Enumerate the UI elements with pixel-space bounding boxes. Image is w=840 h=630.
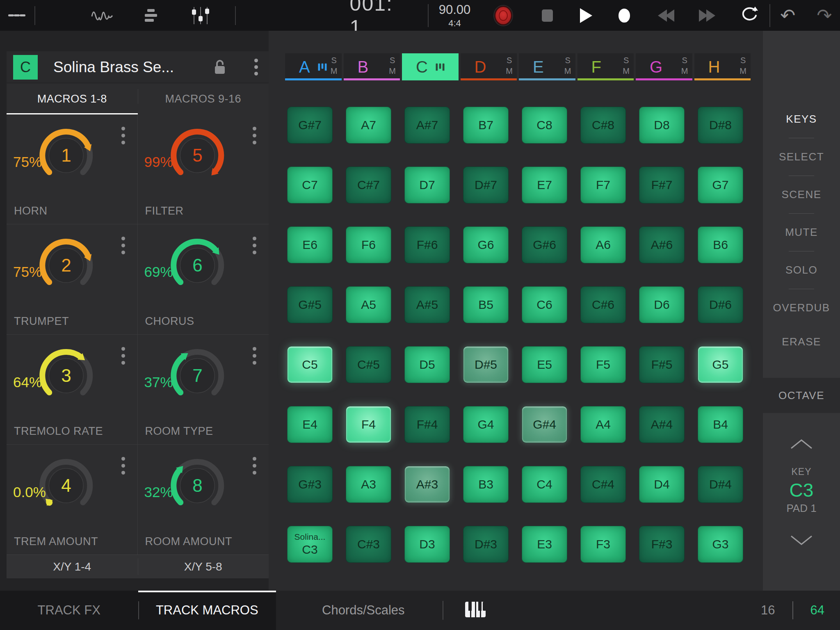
pad-B6[interactable]: B6: [698, 226, 743, 263]
solo-button[interactable]: S: [623, 55, 630, 66]
pad-C#8[interactable]: C#8: [580, 107, 626, 144]
pad-A3[interactable]: A3: [346, 466, 391, 503]
pad-B7[interactable]: B7: [463, 107, 509, 144]
pad-G6[interactable]: G6: [463, 226, 509, 263]
solo-button[interactable]: S: [740, 55, 746, 66]
pad-D#8[interactable]: D#8: [698, 107, 743, 144]
pad-F#5[interactable]: F#5: [639, 346, 685, 383]
chevron-down-icon[interactable]: [790, 534, 813, 546]
solo-mute-buttons[interactable]: SM: [740, 55, 746, 76]
mute-button[interactable]: M: [681, 66, 688, 76]
pad-F7[interactable]: F7: [580, 167, 626, 203]
track-tab-C[interactable]: C: [402, 53, 459, 80]
pad-E4[interactable]: E4: [287, 406, 333, 443]
solo-button[interactable]: S: [564, 55, 571, 66]
pad-C#7[interactable]: C#7: [346, 167, 391, 203]
sidebar-item-mute[interactable]: MUTE: [785, 226, 818, 239]
pad-D4[interactable]: D4: [639, 466, 685, 503]
loop-icon[interactable]: [740, 7, 759, 25]
stop-icon[interactable]: [542, 9, 553, 22]
pad-B3[interactable]: B3: [463, 466, 509, 503]
pad-C#4[interactable]: C#4: [580, 466, 626, 503]
lock-icon[interactable]: [214, 59, 226, 75]
pad-D#7[interactable]: D#7: [463, 167, 509, 203]
solo-button[interactable]: S: [681, 55, 688, 66]
solo-button[interactable]: S: [389, 55, 396, 66]
rewind-icon[interactable]: [657, 9, 676, 23]
tempo-display[interactable]: 90.00 4:4: [439, 2, 471, 29]
pad-A#3[interactable]: A#3: [404, 466, 450, 503]
track-tab-H[interactable]: HSM: [694, 53, 751, 80]
track-tab-E[interactable]: ESM: [519, 53, 575, 80]
sidebar-item-erase[interactable]: ERASE: [782, 336, 821, 348]
xy-button-2[interactable]: X/Y 5-8: [138, 555, 269, 578]
pad-F5[interactable]: F5: [580, 346, 626, 383]
pad-G#3[interactable]: G#3: [287, 466, 333, 503]
pad-G7[interactable]: G7: [698, 167, 743, 203]
track-tab-F[interactable]: FSM: [578, 53, 634, 80]
tab-track-macros[interactable]: TRACK MACROS: [138, 591, 276, 630]
hamburger-icon[interactable]: [8, 12, 25, 19]
pad-C#6[interactable]: C#6: [580, 286, 626, 323]
sidebar-item-solo[interactable]: SOLO: [785, 264, 817, 276]
mute-button[interactable]: M: [623, 66, 630, 76]
pad-D#5[interactable]: D#5: [463, 346, 509, 383]
pad-D#6[interactable]: D#6: [698, 286, 743, 323]
pad-A6[interactable]: A6: [580, 226, 626, 263]
pad-E3[interactable]: E3: [522, 526, 567, 563]
record-icon[interactable]: [619, 9, 630, 23]
track-tab-B[interactable]: BSM: [344, 53, 400, 80]
arranger-icon[interactable]: [144, 7, 162, 24]
pad-F#3[interactable]: F#3: [639, 526, 685, 563]
knob-menu-icon[interactable]: [253, 123, 256, 148]
xy-button-1[interactable]: X/Y 1-4: [7, 555, 138, 578]
pad-G#7[interactable]: G#7: [287, 107, 333, 144]
knob-menu-icon[interactable]: [121, 454, 125, 478]
pad-E6[interactable]: E6: [287, 226, 333, 263]
pad-F4[interactable]: F4: [346, 406, 391, 443]
kebab-menu-icon[interactable]: [253, 56, 259, 78]
pad-D#4[interactable]: D#4: [698, 466, 743, 503]
pad-E7[interactable]: E7: [522, 167, 567, 203]
pad-B5[interactable]: B5: [463, 286, 509, 323]
knob-menu-icon[interactable]: [253, 454, 256, 478]
pad-A#7[interactable]: A#7: [404, 107, 450, 144]
pad-A7[interactable]: A7: [346, 107, 391, 144]
pad-F6[interactable]: F6: [346, 226, 391, 263]
pad-D#3[interactable]: D#3: [463, 526, 509, 563]
pad-G#6[interactable]: G#6: [522, 226, 567, 263]
pad-G4[interactable]: G4: [463, 406, 509, 443]
sidebar-item-overdub[interactable]: OVERDUB: [773, 301, 830, 314]
knob-menu-icon[interactable]: [121, 233, 125, 258]
pad-B4[interactable]: B4: [698, 406, 743, 443]
mixer-icon[interactable]: [191, 6, 210, 25]
pad-G#4[interactable]: G#4: [522, 406, 567, 443]
solo-mute-buttons[interactable]: SM: [506, 55, 513, 76]
pad-D6[interactable]: D6: [639, 286, 685, 323]
redo-icon[interactable]: ↷: [817, 7, 832, 25]
solo-button[interactable]: S: [331, 55, 338, 66]
pad-D3[interactable]: D3: [404, 526, 450, 563]
knob-menu-icon[interactable]: [121, 123, 125, 148]
tab-track-fx[interactable]: TRACK FX: [0, 591, 138, 630]
pad-A#4[interactable]: A#4: [639, 406, 685, 443]
pad-G#5[interactable]: G#5: [287, 286, 333, 323]
knob-menu-icon[interactable]: [121, 344, 125, 368]
pad-C7[interactable]: C7: [287, 167, 333, 203]
pad-A5[interactable]: A5: [346, 286, 391, 323]
solo-mute-buttons[interactable]: SM: [564, 55, 571, 76]
pad-C3[interactable]: Solina...C3: [287, 526, 333, 563]
pad-G3[interactable]: G3: [698, 526, 743, 563]
pad-count-64[interactable]: 64: [810, 603, 824, 618]
pad-view-icon[interactable]: [48, 7, 62, 24]
pad-D7[interactable]: D7: [404, 167, 450, 203]
pad-A#6[interactable]: A#6: [639, 226, 685, 263]
pad-F3[interactable]: F3: [580, 526, 626, 563]
metronome-icon[interactable]: [494, 6, 512, 25]
mute-button[interactable]: M: [564, 66, 571, 76]
sidebar-item-keys[interactable]: KEYS: [786, 113, 817, 126]
pad-C8[interactable]: C8: [522, 107, 567, 144]
mute-button[interactable]: M: [389, 66, 396, 76]
pad-D5[interactable]: D5: [404, 346, 450, 383]
pad-F#6[interactable]: F#6: [404, 226, 450, 263]
